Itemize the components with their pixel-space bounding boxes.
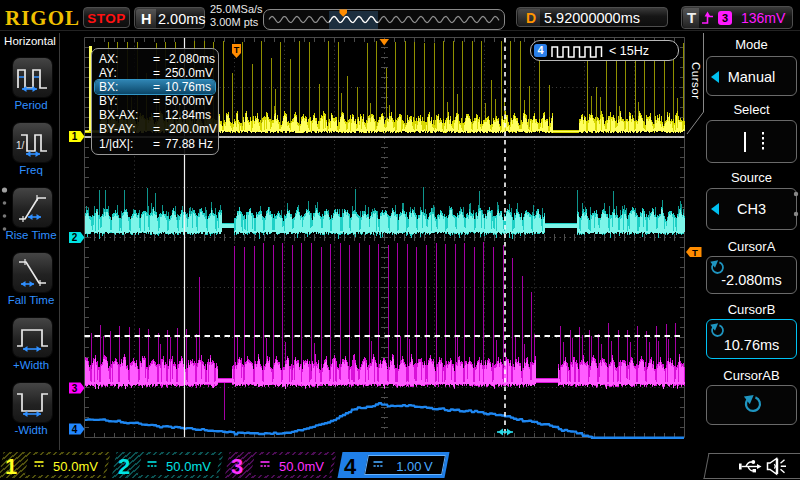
svg-text:T: T [692,247,698,258]
svg-text:1: 1 [72,131,78,142]
svg-text:2: 2 [72,232,78,243]
svg-text:3: 3 [72,383,78,394]
svg-text:1/: 1/ [16,140,25,151]
svg-text:T: T [234,45,240,55]
svg-text:4: 4 [72,424,78,435]
